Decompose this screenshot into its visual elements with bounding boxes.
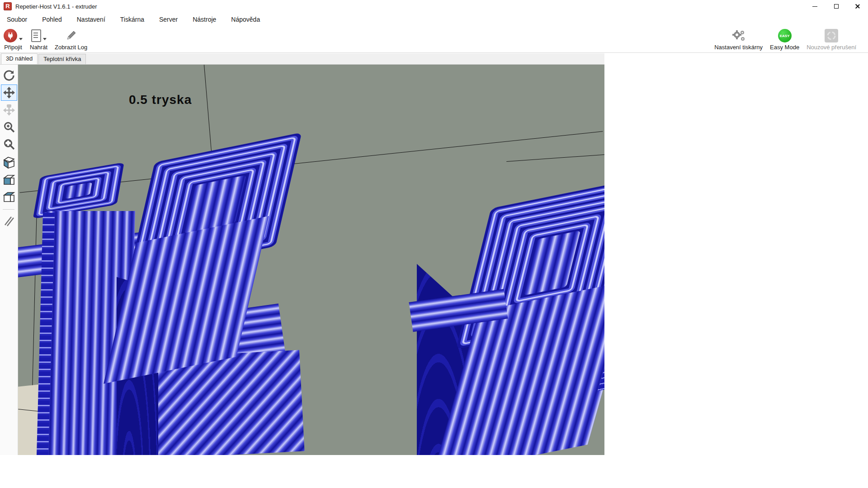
move-printhead-button <box>1 102 17 118</box>
front-view-icon <box>3 174 15 187</box>
fit-view-icon <box>3 138 15 150</box>
parallel-projection-button[interactable] <box>1 213 17 229</box>
pencil-icon <box>65 29 77 42</box>
easy-badge: EASY <box>780 34 790 38</box>
window-title: Repetier-Host V1.6.1 - extruder <box>15 3 97 10</box>
close-button[interactable] <box>847 0 868 13</box>
connect-dropdown-icon[interactable] <box>19 38 23 40</box>
menu-nastaveni[interactable]: Nastavení <box>77 16 105 23</box>
menu-server[interactable]: Server <box>159 16 178 23</box>
view-tab-strip: 3D náhled Teplotní křivka <box>0 53 604 65</box>
zoom-button[interactable] <box>1 119 17 135</box>
document-icon <box>31 29 41 42</box>
fit-view-button[interactable] <box>1 136 17 152</box>
move-icon <box>3 86 15 99</box>
plug-icon <box>4 29 17 42</box>
gears-icon <box>731 29 746 42</box>
load-button[interactable]: Nahrát <box>30 28 47 52</box>
front-view-button[interactable] <box>1 172 17 188</box>
title-bar: R Repetier-Host V1.6.1 - extruder <box>0 0 868 13</box>
easy-mode-label: Easy Mode <box>770 44 799 51</box>
menu-bar: Soubor Pohled Nastavení Tiskárna Server … <box>0 13 868 26</box>
isometric-view-icon <box>3 156 15 169</box>
viewport-tool-strip <box>0 65 18 455</box>
zoom-in-icon <box>3 121 15 133</box>
emergency-stop-label: Nouzové přerušení <box>807 44 856 51</box>
menu-nastroje[interactable]: Nástroje <box>193 16 216 23</box>
maximize-button[interactable] <box>826 0 847 13</box>
bed-grid-line <box>506 153 604 162</box>
rotate-view-button[interactable] <box>1 67 17 84</box>
main-toolbar: Připojit Nahrát Zobrazit Log Nastavení t… <box>0 26 868 53</box>
tower-top-loops <box>456 177 604 349</box>
tab-temperature-curve[interactable]: Teplotní křivka <box>38 54 86 64</box>
isometric-view-button[interactable] <box>1 154 17 170</box>
rotate-icon <box>3 70 15 81</box>
connect-button[interactable]: Připojit <box>4 28 23 52</box>
minimize-icon <box>812 6 817 7</box>
maximize-icon <box>834 4 839 9</box>
top-view-icon <box>3 191 15 204</box>
menu-napoveda[interactable]: Nápověda <box>231 16 260 23</box>
viewport-annotation: 0.5 tryska <box>129 93 192 107</box>
menu-soubor[interactable]: Soubor <box>7 16 27 23</box>
printer-settings-label: Nastavení tiskárny <box>714 44 763 51</box>
load-dropdown-icon[interactable] <box>43 38 47 40</box>
move-view-button[interactable] <box>1 84 17 101</box>
move-printhead-icon <box>3 103 15 116</box>
emergency-stop-icon <box>825 29 838 42</box>
menu-tiskarna[interactable]: Tiskárna <box>120 16 144 23</box>
easy-mode-button[interactable]: EASY Easy Mode <box>770 28 799 52</box>
easy-mode-icon: EASY <box>778 29 792 42</box>
top-view-button[interactable] <box>1 189 17 206</box>
tool-strip-divider <box>3 209 14 210</box>
parallel-projection-icon <box>3 215 15 227</box>
show-log-label: Zobrazit Log <box>55 44 87 51</box>
tab-3d-preview[interactable]: 3D náhled <box>1 53 38 64</box>
emergency-stop-button: Nouzové přerušení <box>807 28 856 52</box>
menu-pohled[interactable]: Pohled <box>42 16 62 23</box>
3d-viewport[interactable]: 0.5 tryska y z x <box>18 65 604 455</box>
minimize-button[interactable] <box>804 0 826 13</box>
load-label: Nahrát <box>30 44 47 51</box>
printer-settings-button[interactable]: Nastavení tiskárny <box>714 28 763 52</box>
bed-grid-line <box>204 65 212 162</box>
app-icon: R <box>4 2 12 10</box>
connect-label: Připojit <box>4 44 22 51</box>
show-log-button[interactable]: Zobrazit Log <box>55 28 87 52</box>
close-icon <box>855 4 860 9</box>
tower-top-loops <box>33 162 124 219</box>
tower-top-loops <box>128 132 302 276</box>
